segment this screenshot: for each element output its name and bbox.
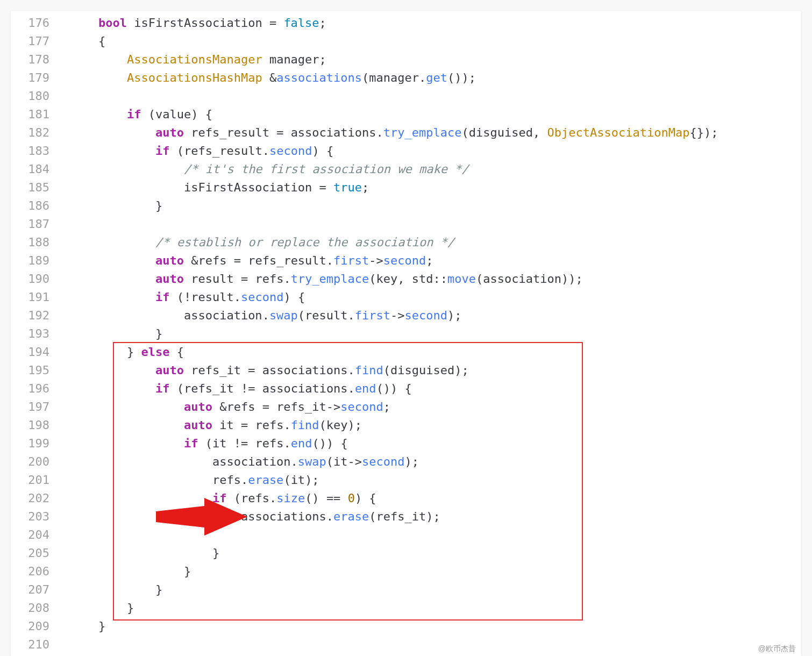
line-number: 188 bbox=[11, 233, 65, 252]
code-line: } bbox=[70, 544, 801, 562]
line-number: 178 bbox=[11, 51, 65, 69]
line-number: 181 bbox=[11, 105, 65, 124]
arrow-icon bbox=[156, 495, 247, 538]
code-line: auto &refs = refs_it->second; bbox=[70, 398, 801, 416]
line-number: 206 bbox=[11, 562, 65, 581]
code-line: auto it = refs.find(key); bbox=[70, 416, 801, 434]
line-number: 183 bbox=[11, 142, 65, 160]
line-number: 200 bbox=[11, 453, 65, 471]
line-number: 204 bbox=[11, 526, 65, 544]
line-number: 202 bbox=[11, 489, 65, 508]
svg-marker-0 bbox=[156, 498, 247, 536]
line-number: 207 bbox=[11, 581, 65, 599]
code-line: auto result = refs.try_emplace(key, std:… bbox=[70, 270, 801, 288]
line-number: 184 bbox=[11, 160, 65, 179]
line-number: 187 bbox=[11, 215, 65, 233]
line-number: 189 bbox=[11, 252, 65, 270]
line-number: 192 bbox=[11, 306, 65, 325]
code-line bbox=[70, 636, 801, 654]
code-line: } bbox=[70, 581, 801, 599]
line-number: 198 bbox=[11, 416, 65, 434]
code-line: if (!result.second) { bbox=[70, 288, 801, 306]
code-line: } bbox=[70, 562, 801, 581]
code-line: refs.erase(it); bbox=[70, 471, 801, 489]
line-number: 193 bbox=[11, 325, 65, 343]
line-number: 199 bbox=[11, 434, 65, 453]
line-number: 209 bbox=[11, 617, 65, 636]
line-number: 179 bbox=[11, 69, 65, 87]
line-number: 208 bbox=[11, 599, 65, 617]
code-line: } bbox=[70, 599, 801, 617]
code-line: association.swap(result.first->second); bbox=[70, 306, 801, 325]
code-card: 1761771781791801811821831841851861871881… bbox=[11, 11, 801, 656]
code-line: if (refs_it != associations.end()) { bbox=[70, 380, 801, 398]
line-number: 210 bbox=[11, 636, 65, 654]
line-number: 191 bbox=[11, 288, 65, 306]
code-line: /* establish or replace the association … bbox=[70, 233, 801, 252]
code-line: bool isFirstAssociation = false; bbox=[70, 14, 801, 32]
line-number: 176 bbox=[11, 14, 65, 32]
code-line: isFirstAssociation = true; bbox=[70, 179, 801, 197]
line-number: 177 bbox=[11, 32, 65, 51]
code-line: auto &refs = refs_result.first->second; bbox=[70, 252, 801, 270]
code-line: { bbox=[70, 32, 801, 51]
code-block: 1761771781791801811821831841851861871881… bbox=[11, 11, 801, 656]
code-line: auto refs_it = associations.find(disguis… bbox=[70, 361, 801, 380]
code-line: association.swap(it->second); bbox=[70, 453, 801, 471]
code-line: /* it's the first association we make */ bbox=[70, 160, 801, 179]
line-number: 194 bbox=[11, 343, 65, 361]
code-line: if (value) { bbox=[70, 105, 801, 124]
line-number: 195 bbox=[11, 361, 65, 380]
line-number: 186 bbox=[11, 197, 65, 215]
line-number: 185 bbox=[11, 179, 65, 197]
line-number-gutter: 1761771781791801811821831841851861871881… bbox=[11, 11, 65, 656]
line-number: 190 bbox=[11, 270, 65, 288]
code-line: } else { bbox=[70, 343, 801, 361]
code-line: if (refs_result.second) { bbox=[70, 142, 801, 160]
code-line bbox=[70, 87, 801, 105]
line-number: 201 bbox=[11, 471, 65, 489]
line-number: 205 bbox=[11, 544, 65, 562]
code-line: } bbox=[70, 325, 801, 343]
code-line: } bbox=[70, 197, 801, 215]
line-number: 182 bbox=[11, 124, 65, 142]
watermark-text: @欧币杰昔 bbox=[758, 644, 796, 654]
code-line: AssociationsManager manager; bbox=[70, 51, 801, 69]
line-number: 196 bbox=[11, 380, 65, 398]
line-number: 180 bbox=[11, 87, 65, 105]
code-line: if (it != refs.end()) { bbox=[70, 434, 801, 453]
line-number: 203 bbox=[11, 508, 65, 526]
code-source: bool isFirstAssociation = false; { Assoc… bbox=[65, 11, 801, 656]
code-line: auto refs_result = associations.try_empl… bbox=[70, 124, 801, 142]
code-line bbox=[70, 215, 801, 233]
line-number: 197 bbox=[11, 398, 65, 416]
code-line: AssociationsHashMap &associations(manage… bbox=[70, 69, 801, 87]
code-line: } bbox=[70, 617, 801, 636]
